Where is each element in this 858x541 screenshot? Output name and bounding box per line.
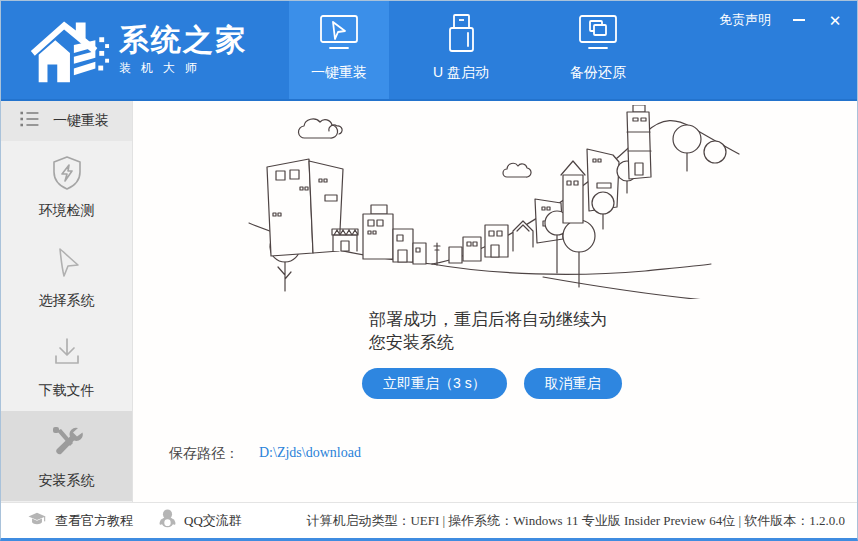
brand-subtitle: 装机大师 [119, 60, 247, 77]
sidebar-item-install-system[interactable]: 安装系统 [1, 411, 132, 501]
system-status-text: 计算机启动类型：UEFI | 操作系统：Windows 11 专业版 Insid… [306, 512, 845, 530]
tab-label: 一键重装 [311, 64, 367, 82]
footer: 查看官方教程 QQ交流群 计算机启动类型：UEFI | 操作系统：Windows… [1, 502, 857, 538]
main-content: 部署成功，重启后将自动继续为 您安装系统 立即重启（3 s） 取消重启 保存路径… [133, 101, 857, 502]
brand-title: 系统之家 [119, 23, 247, 56]
cursor-icon [47, 243, 87, 287]
qq-penguin-icon [159, 509, 176, 532]
cancel-restart-button[interactable]: 取消重启 [524, 368, 622, 399]
brand: 系统之家 装机大师 [1, 1, 289, 99]
qq-group-link[interactable]: QQ交流群 [159, 509, 242, 532]
button-row: 立即重启（3 s） 取消重启 [362, 368, 622, 399]
sidebar-item-label: 一键重装 [53, 112, 109, 130]
header: 系统之家 装机大师 一键重装 [1, 1, 857, 101]
tab-backup-restore[interactable]: 备份还原 [548, 1, 648, 99]
tab-label: U 盘启动 [433, 64, 489, 82]
tab-one-key-reinstall[interactable]: 一键重装 [289, 1, 389, 99]
usb-drive-icon [438, 14, 484, 56]
tools-icon [47, 423, 87, 467]
list-icon [17, 108, 41, 134]
app-window: 系统之家 装机大师 一键重装 [0, 0, 858, 541]
restart-now-button[interactable]: 立即重启（3 s） [362, 368, 507, 399]
city-illustration [245, 105, 750, 303]
sidebar-item-env-check[interactable]: 环境检测 [1, 141, 132, 231]
monitor-cursor-icon [316, 14, 362, 56]
shield-lightning-icon [47, 153, 87, 197]
tab-label: 备份还原 [570, 64, 626, 82]
sidebar-item-download-files[interactable]: 下载文件 [1, 321, 132, 411]
graduation-cap-icon [27, 510, 47, 531]
brand-text: 系统之家 装机大师 [119, 23, 247, 77]
official-tutorial-link[interactable]: 查看官方教程 [27, 510, 133, 531]
sidebar-item-label: 环境检测 [39, 202, 95, 220]
close-button[interactable]: ✕ [827, 12, 843, 28]
system-status-bar: 计算机启动类型：UEFI | 操作系统：Windows 11 专业版 Insid… [272, 512, 845, 530]
sidebar-item-label: 安装系统 [39, 472, 95, 490]
house-logo-icon [25, 9, 111, 91]
sidebar: 一键重装 环境检测 选择系统 [1, 101, 133, 502]
tab-usb-boot[interactable]: U 盘启动 [411, 1, 511, 99]
download-icon [47, 333, 87, 377]
status-message: 部署成功，重启后将自动继续为 您安装系统 [369, 309, 607, 355]
minimize-icon [793, 19, 805, 21]
status-message-line2: 您安装系统 [369, 332, 607, 355]
save-path-link[interactable]: D:\Zjds\download [259, 445, 361, 463]
sidebar-item-label: 选择系统 [39, 292, 95, 310]
header-controls: 免责声明 ✕ [719, 11, 843, 29]
save-path-row: 保存路径： D:\Zjds\download [169, 445, 361, 463]
backup-restore-icon [575, 14, 621, 56]
qq-group-label: QQ交流群 [184, 512, 242, 530]
body-row: 一键重装 环境检测 选择系统 [1, 101, 857, 502]
sidebar-item-one-key-reinstall[interactable]: 一键重装 [1, 101, 132, 141]
disclaimer-link[interactable]: 免责声明 [719, 11, 771, 29]
sidebar-item-label: 下载文件 [39, 382, 95, 400]
status-message-line1: 部署成功，重启后将自动继续为 [369, 309, 607, 332]
sidebar-item-select-system[interactable]: 选择系统 [1, 231, 132, 321]
official-tutorial-label: 查看官方教程 [55, 512, 133, 530]
minimize-button[interactable] [791, 12, 807, 28]
save-path-label: 保存路径： [169, 445, 239, 463]
top-tabs: 一键重装 U 盘启动 [289, 1, 648, 99]
